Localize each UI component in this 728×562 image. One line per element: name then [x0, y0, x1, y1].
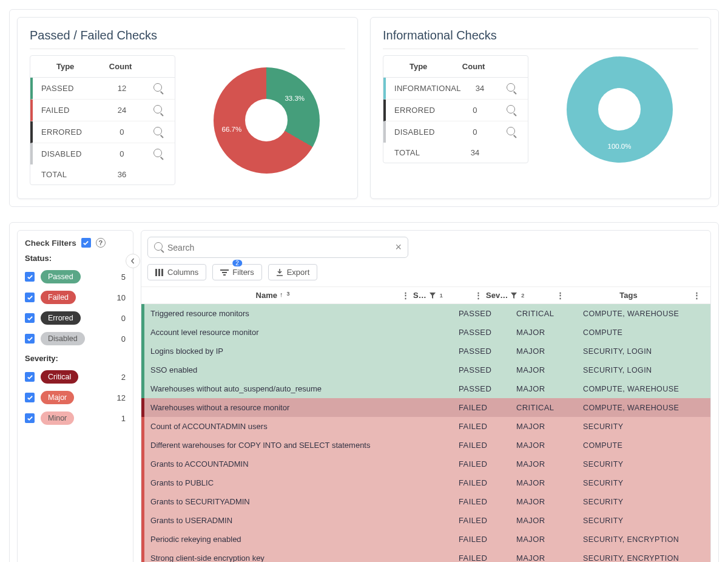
row-type: ERRORED — [38, 127, 98, 137]
search-icon[interactable] — [507, 105, 515, 113]
cell-name: SSO enabled — [150, 365, 459, 374]
col-type: Type — [35, 62, 95, 71]
table-row[interactable]: Triggered resource monitorsPASSEDCRITICA… — [141, 304, 710, 323]
status-count-errored: 0 — [121, 314, 126, 323]
filters-all-checkbox[interactable] — [81, 238, 91, 248]
pf-failed-pct: 66.7% — [222, 126, 242, 133]
search-input[interactable] — [167, 243, 395, 252]
table-row[interactable]: Grants to PUBLICFAILEDMAJORSECURITY — [141, 473, 710, 492]
download-icon — [276, 269, 283, 276]
cell-severity: MAJOR — [516, 347, 583, 356]
pf-table: Type Count PASSED12FAILED24ERRORED0DISAB… — [30, 55, 175, 185]
severity-checkbox-critical[interactable] — [25, 372, 35, 382]
lower-panel: Check Filters ? Status: Passed5Failed10E… — [9, 222, 719, 562]
col-status-menu[interactable]: ⋮ — [471, 291, 486, 300]
columns-button[interactable]: Columns — [147, 264, 206, 280]
severity-group-label: Severity: — [25, 354, 126, 363]
col-severity-header[interactable]: Sev… — [486, 291, 508, 300]
export-label: Export — [287, 268, 310, 277]
cell-tags: COMPUTE — [583, 441, 704, 450]
col-status-header[interactable]: S… — [413, 291, 426, 300]
table-row[interactable]: Grants to USERADMINFAILEDMAJORSECURITY — [141, 511, 710, 530]
search-icon[interactable] — [153, 127, 162, 135]
cell-name: Grants to PUBLIC — [150, 478, 459, 487]
col-count: Count — [448, 62, 499, 71]
col-name-menu[interactable]: ⋮ — [398, 291, 413, 300]
status-checkbox-passed[interactable] — [25, 272, 35, 282]
cell-name: Warehouses without a resource monitor — [150, 403, 459, 412]
status-chip-disabled[interactable]: Disabled — [41, 332, 85, 345]
severity-checkbox-major[interactable] — [25, 393, 35, 402]
table-row[interactable]: Count of ACCOUNTADMIN usersFAILEDMAJORSE… — [141, 417, 710, 436]
cell-name: Count of ACCOUNTADMIN users — [150, 422, 459, 431]
filters-button[interactable]: 2 Filters — [212, 264, 261, 280]
search-icon[interactable] — [153, 83, 162, 92]
table-row[interactable]: Grants to ACCOUNTADMINFAILEDMAJORSECURIT… — [141, 455, 710, 473]
clear-search-button[interactable]: × — [395, 241, 402, 254]
cell-tags: COMPUTE — [583, 328, 704, 337]
row-count: 0 — [451, 127, 499, 137]
status-checkbox-failed[interactable] — [25, 293, 35, 302]
card-title: Informational Checks — [383, 29, 698, 49]
status-checkbox-errored[interactable] — [25, 313, 35, 323]
cell-status: PASSED — [459, 309, 516, 318]
search-icon[interactable] — [507, 83, 515, 92]
funnel-icon[interactable] — [510, 292, 517, 299]
export-button[interactable]: Export — [268, 264, 318, 280]
severity-chip-critical[interactable]: Critical — [41, 370, 78, 384]
table-row[interactable]: Logins blocked by IPPASSEDMAJORSECURITY,… — [141, 342, 710, 361]
funnel-icon[interactable] — [429, 292, 436, 299]
table-row[interactable]: Account level resource monitorPASSEDMAJO… — [141, 323, 710, 342]
filter-row-critical: Critical2 — [25, 367, 126, 387]
cell-tags: COMPUTE, WAREHOUSE — [583, 404, 704, 412]
severity-chip-major[interactable]: Major — [41, 391, 74, 404]
cell-severity: MAJOR — [516, 441, 583, 450]
status-chip-failed[interactable]: Failed — [41, 291, 76, 304]
col-tags-menu[interactable]: ⋮ — [689, 291, 704, 300]
cell-tags: SECURITY — [583, 516, 704, 525]
info-pct: 100.0% — [607, 143, 631, 150]
table-row[interactable]: Different warehouses for COPY INTO and S… — [141, 436, 710, 455]
status-count-disabled: 0 — [121, 334, 126, 344]
search-icon[interactable] — [153, 105, 162, 113]
sort-asc-icon: ↑ — [280, 291, 283, 298]
cell-tags: SECURITY — [583, 479, 704, 487]
severity-chip-minor[interactable]: Minor — [41, 411, 74, 425]
summary-row-errored: ERRORED0 — [383, 100, 528, 121]
table-row[interactable]: Warehouses without a resource monitorFAI… — [141, 398, 710, 417]
filter-row-errored: Errored0 — [25, 308, 126, 328]
filters-title: Check Filters — [25, 239, 76, 248]
summary-row-passed: PASSED12 — [30, 78, 175, 100]
severity-checkbox-minor[interactable] — [25, 413, 35, 423]
severity-count-major: 12 — [117, 393, 126, 402]
status-checkbox-disabled[interactable] — [25, 334, 35, 344]
table-row[interactable]: Strong client-side encryption keyFAILEDM… — [141, 549, 710, 562]
cell-name: Strong client-side encryption key — [150, 554, 459, 562]
col-sev-menu[interactable]: ⋮ — [553, 291, 568, 300]
status-chip-passed[interactable]: Passed — [41, 270, 81, 283]
search-box[interactable]: × — [147, 237, 408, 258]
table-row[interactable]: Warehouses without auto_suspend/auto_res… — [141, 379, 710, 398]
cell-severity: MAJOR — [516, 554, 583, 562]
col-tags-header[interactable]: Tags — [568, 291, 689, 300]
cell-severity: MAJOR — [516, 328, 583, 337]
cell-status: FAILED — [459, 441, 516, 450]
table-row[interactable]: Grants to SECURITYADMINFAILEDMAJORSECURI… — [141, 492, 710, 511]
help-icon[interactable]: ? — [96, 238, 106, 248]
cell-tags: SECURITY — [583, 498, 704, 506]
info-table: Type Count INFORMATIONAL34ERRORED0DISABL… — [383, 55, 528, 163]
sort-order-name: 3 — [286, 291, 289, 297]
cell-status: PASSED — [459, 365, 516, 374]
cell-status: FAILED — [459, 403, 516, 412]
cell-tags: SECURITY — [583, 422, 704, 431]
table-row[interactable]: SSO enabledPASSEDMAJORSECURITY, LOGIN — [141, 361, 710, 379]
collapse-filters-button[interactable] — [126, 254, 140, 268]
grid-header: Name ↑ 3 ⋮ S… 1 ⋮ Sev… 2 ⋮ Tags ⋮ — [141, 287, 710, 304]
search-icon[interactable] — [153, 149, 162, 157]
search-icon[interactable] — [507, 127, 515, 135]
cell-severity: MAJOR — [516, 365, 583, 374]
cell-status: FAILED — [459, 459, 516, 469]
status-chip-errored[interactable]: Errored — [41, 311, 81, 325]
table-row[interactable]: Periodic rekeying enabledFAILEDMAJORSECU… — [141, 530, 710, 549]
col-name-header[interactable]: Name — [256, 291, 277, 300]
